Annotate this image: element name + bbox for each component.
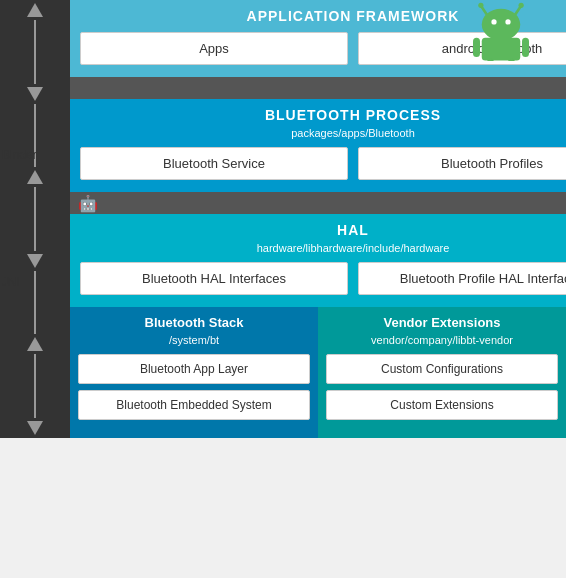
arrow-down-icon-2 [27, 254, 43, 268]
arrow-up-icon-2 [27, 170, 43, 184]
apps-box: Apps [80, 32, 348, 65]
svg-point-4 [482, 9, 521, 41]
bt-hal-interfaces-box: Bluetooth HAL Interfaces [80, 262, 348, 295]
arrow-line-3 [34, 187, 36, 251]
jni-label: JNI [2, 275, 20, 289]
custom-extensions-box: Custom Extensions [326, 390, 558, 420]
bt-stack-section: Bluetooth Stack /system/bt Bluetooth App… [70, 307, 318, 438]
svg-rect-7 [482, 38, 521, 61]
hal-subtitle: hardware/libhardware/include/hardware [80, 242, 566, 254]
arrow-down-icon-3 [27, 421, 43, 435]
vendor-ext-title: Vendor Extensions [326, 315, 558, 330]
svg-rect-8 [473, 38, 480, 57]
svg-point-1 [478, 3, 483, 8]
svg-point-6 [505, 19, 510, 24]
arrow-line [34, 20, 36, 84]
bt-process-title: BLUETOOTH PROCESS [80, 107, 566, 123]
bt-stack-title: Bluetooth Stack [78, 315, 310, 330]
bottom-row: Bluetooth Stack /system/bt Bluetooth App… [70, 307, 566, 438]
bluetooth-service-box: Bluetooth Service [80, 147, 348, 180]
bot-icon: 🤖 [78, 194, 98, 213]
arrow-up-icon-3 [27, 337, 43, 351]
hal-title: HAL [80, 222, 566, 238]
binder-stripe [70, 77, 566, 99]
hal-boxes: Bluetooth HAL Interfaces Bluetooth Profi… [80, 262, 566, 295]
vendor-ext-section: Vendor Extensions vendor/company/libbt-v… [318, 307, 566, 438]
binder-label: Binder [2, 148, 37, 162]
bt-app-layer-box: Bluetooth App Layer [78, 354, 310, 384]
arrow-down-icon [27, 87, 43, 101]
bt-profile-hal-interfaces-box: Bluetooth Profile HAL Interfaces [358, 262, 566, 295]
bt-process-boxes: Bluetooth Service Bluetooth Profiles [80, 147, 566, 180]
bt-process-subtitle: packages/apps/Bluetooth [80, 127, 566, 139]
bt-embedded-system-box: Bluetooth Embedded System [78, 390, 310, 420]
svg-point-3 [519, 3, 524, 8]
custom-configurations-box: Custom Configurations [326, 354, 558, 384]
arrow-line-5 [34, 354, 36, 418]
svg-rect-9 [522, 38, 529, 57]
arrow-line-4 [34, 271, 36, 335]
bt-process-section: BLUETOOTH PROCESS packages/apps/Bluetoot… [70, 99, 566, 192]
vendor-ext-subtitle: vendor/company/libbt-vendor [326, 334, 558, 346]
svg-point-5 [491, 19, 496, 24]
arrow-up-icon [27, 3, 43, 17]
hal-section: HAL hardware/libhardware/include/hardwar… [70, 214, 566, 307]
left-side-panel [0, 0, 70, 438]
bluetooth-profiles-box: Bluetooth Profiles [358, 147, 566, 180]
bt-stack-subtitle: /system/bt [78, 334, 310, 346]
android-logo [466, 0, 536, 60]
jni-stripe: 🤖 [70, 192, 566, 214]
